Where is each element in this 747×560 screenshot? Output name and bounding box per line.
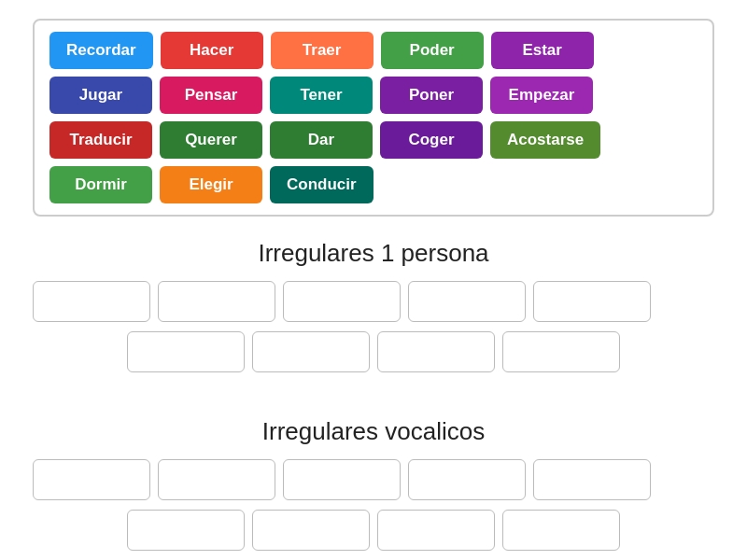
word-chip-jugar[interactable]: Jugar [49, 77, 152, 114]
drop-box-1-1-0[interactable] [127, 510, 245, 551]
word-chip-pensar[interactable]: Pensar [160, 77, 262, 114]
word-bank-row-2: TraducirQuererDarCogerAcostarse [49, 121, 698, 159]
section-title-1: Irregulares vocalicos [262, 417, 485, 446]
drop-box-1-1-2[interactable] [377, 510, 495, 551]
drop-box-1-0-1[interactable] [158, 459, 275, 500]
drop-box-1-0-4[interactable] [533, 459, 651, 500]
word-chip-tener[interactable]: Tener [270, 77, 373, 114]
word-chip-estar[interactable]: Estar [491, 32, 594, 69]
word-chip-querer[interactable]: Querer [160, 121, 262, 159]
word-chip-coger[interactable]: Coger [380, 121, 483, 159]
drop-row-0-1 [33, 331, 714, 372]
drop-zone-container-1 [33, 459, 714, 551]
drop-box-0-0-0[interactable] [33, 281, 150, 322]
word-chip-poder[interactable]: Poder [381, 32, 484, 69]
section-0: Irregulares 1 persona [33, 239, 714, 399]
drop-box-0-1-3[interactable] [502, 331, 620, 372]
section-1: Irregulares vocalicos [33, 417, 714, 560]
word-bank-row-3: DormirElegirConducir [49, 166, 698, 203]
word-chip-dormir[interactable]: Dormir [49, 166, 152, 203]
word-bank: RecordarHacerTraerPoderEstarJugarPensarT… [33, 19, 714, 217]
word-bank-row-0: RecordarHacerTraerPoderEstar [49, 32, 698, 69]
drop-zone-container-0 [33, 281, 714, 372]
drop-box-1-1-3[interactable] [502, 510, 620, 551]
drop-box-1-0-3[interactable] [408, 459, 526, 500]
drop-box-1-0-2[interactable] [283, 459, 401, 500]
drop-box-0-0-4[interactable] [533, 281, 651, 322]
word-chip-hacer[interactable]: Hacer [161, 32, 263, 69]
word-chip-dar[interactable]: Dar [270, 121, 373, 159]
drop-box-0-0-1[interactable] [158, 281, 275, 322]
drop-box-0-0-3[interactable] [408, 281, 526, 322]
drop-row-1-0 [33, 459, 714, 500]
word-chip-acostarse[interactable]: Acostarse [490, 121, 600, 159]
section-title-0: Irregulares 1 persona [258, 239, 488, 268]
drop-box-1-1-1[interactable] [252, 510, 370, 551]
drop-row-0-0 [33, 281, 714, 322]
word-bank-row-1: JugarPensarTenerPonerEmpezar [49, 77, 698, 114]
word-chip-empezar[interactable]: Empezar [490, 77, 593, 114]
word-chip-traducir[interactable]: Traducir [49, 121, 152, 159]
drop-box-0-1-2[interactable] [377, 331, 495, 372]
word-chip-traer[interactable]: Traer [271, 32, 374, 69]
drop-row-1-1 [33, 510, 714, 551]
word-chip-recordar[interactable]: Recordar [49, 32, 153, 69]
word-chip-elegir[interactable]: Elegir [160, 166, 262, 203]
drop-box-0-1-0[interactable] [127, 331, 245, 372]
sections-container: Irregulares 1 personaIrregulares vocalic… [33, 239, 714, 560]
drop-box-0-0-2[interactable] [283, 281, 401, 322]
drop-box-0-1-1[interactable] [252, 331, 370, 372]
word-chip-conducir[interactable]: Conducir [270, 166, 374, 203]
drop-box-1-0-0[interactable] [33, 459, 150, 500]
word-chip-poner[interactable]: Poner [380, 77, 483, 114]
